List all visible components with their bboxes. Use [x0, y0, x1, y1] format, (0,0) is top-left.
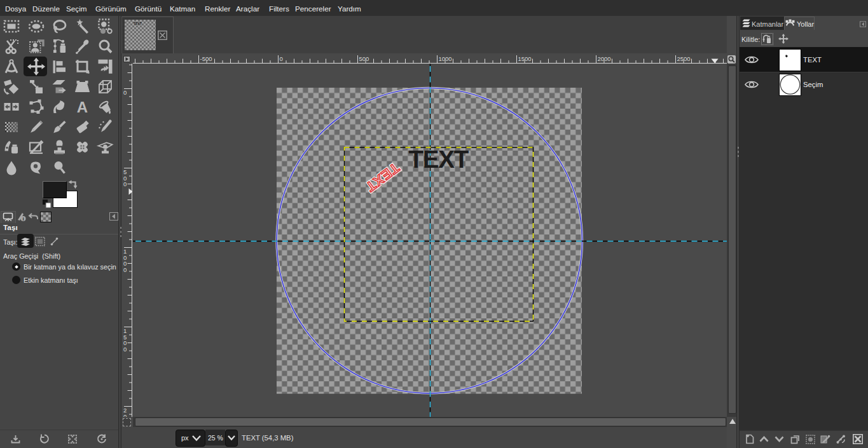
svg-text:2000: 2000	[598, 55, 611, 62]
svg-text:0: 0	[123, 180, 127, 187]
svg-text:1000: 1000	[439, 55, 452, 62]
svg-text:0: 0	[123, 413, 127, 417]
svg-text:0: 0	[123, 89, 127, 96]
svg-text:TEXT: TEXT	[362, 160, 402, 194]
svg-text:2500: 2500	[677, 55, 691, 62]
svg-text:1500: 1500	[518, 55, 532, 62]
svg-text:500: 500	[359, 55, 369, 62]
svg-text:TEXT: TEXT	[409, 146, 469, 173]
svg-text:0: 0	[123, 266, 127, 273]
svg-text:-500: -500	[200, 55, 212, 62]
svg-text:0: 0	[280, 55, 283, 62]
svg-text:0: 0	[123, 346, 127, 353]
svg-text:i: i	[22, 216, 24, 222]
svg-text:A: A	[77, 98, 88, 116]
